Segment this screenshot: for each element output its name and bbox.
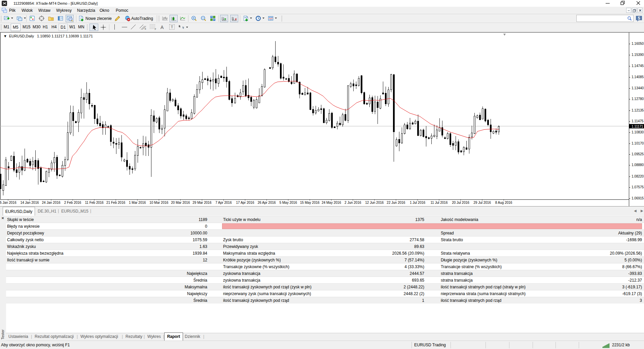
svg-text:11 Feb 2016: 11 Feb 2016 (85, 201, 104, 204)
svg-text:10 Mar 2016: 10 Mar 2016 (149, 201, 169, 204)
svg-text:26 Apr 2016: 26 Apr 2016 (258, 201, 276, 204)
svg-text:24 Jan 2016: 24 Jan 2016 (42, 201, 61, 204)
svg-text:1 Jul 2016: 1 Jul 2016 (410, 201, 426, 204)
svg-text:29 Mar 2016: 29 Mar 2016 (192, 201, 212, 204)
svg-text:1.15390: 1.15390 (632, 53, 644, 57)
svg-text:1.12135: 1.12135 (632, 108, 644, 112)
svg-text:1.11171: 1.11171 (632, 125, 643, 128)
svg-text:1.06915: 1.06915 (632, 196, 644, 200)
svg-text:8 Aug 2016: 8 Aug 2016 (495, 201, 512, 204)
svg-text:21 Feb 2016: 21 Feb 2016 (106, 201, 126, 204)
svg-text:29 Jul 2016: 29 Jul 2016 (473, 201, 491, 204)
svg-text:2 Feb 2016: 2 Feb 2016 (64, 201, 81, 204)
svg-text:12 Jun 2016: 12 Jun 2016 (365, 201, 384, 204)
svg-text:7 Apr 2016: 7 Apr 2016 (215, 201, 232, 204)
svg-text:▼ EURUSD,Daily 1.10850 1.11: ▼ EURUSD,Daily 1.10850 1.11217 1.10699 1… (3, 34, 93, 38)
svg-text:1.10170: 1.10170 (632, 141, 644, 145)
svg-text:1.13440: 1.13440 (632, 86, 644, 90)
svg-text:E: E (145, 28, 146, 30)
svg-text:14 Jan 2016: 14 Jan 2016 (20, 201, 39, 204)
svg-text:F: F (155, 28, 156, 30)
svg-text:20 Mar 2016: 20 Mar 2016 (171, 201, 190, 204)
svg-text:1.14745: 1.14745 (632, 64, 644, 68)
svg-text:1.12780: 1.12780 (632, 97, 644, 101)
svg-text:5 May 2016: 5 May 2016 (279, 201, 297, 204)
svg-text:15 May 2016: 15 May 2016 (300, 201, 320, 204)
svg-text:1.08880: 1.08880 (632, 163, 644, 167)
svg-text:20 Jul 2016: 20 Jul 2016 (452, 201, 469, 204)
svg-text:1.08220: 1.08220 (632, 174, 644, 178)
svg-text:1 Mar 2016: 1 Mar 2016 (129, 201, 146, 204)
svg-text:2 Jun 2016: 2 Jun 2016 (345, 201, 361, 204)
svg-text:1.11475: 1.11475 (632, 119, 644, 123)
svg-text:5: 5 (638, 16, 640, 21)
svg-text:1.07575: 1.07575 (632, 185, 644, 189)
svg-text:1.10830: 1.10830 (632, 130, 644, 134)
svg-text:11 Jul 2016: 11 Jul 2016 (431, 201, 448, 204)
svg-text:24 May 2016: 24 May 2016 (322, 201, 341, 204)
svg-text:1.09525: 1.09525 (632, 152, 644, 156)
svg-text:1.16050: 1.16050 (632, 42, 644, 45)
svg-text:17 Apr 2016: 17 Apr 2016 (236, 201, 254, 204)
svg-text:22 Jun 2016: 22 Jun 2016 (387, 201, 405, 204)
svg-text:1.14085: 1.14085 (632, 75, 644, 79)
svg-text:5 Jan 2016: 5 Jan 2016 (0, 201, 16, 204)
